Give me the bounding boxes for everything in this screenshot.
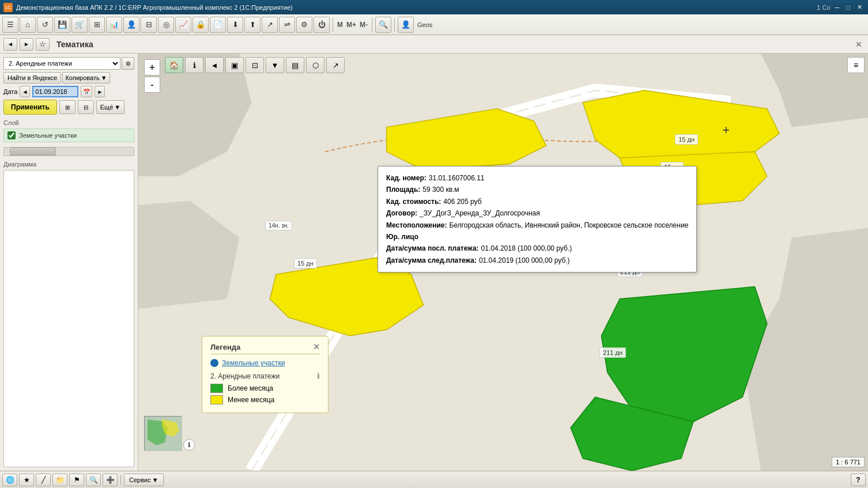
map-hex-btn[interactable]: ⬡ <box>306 57 324 73</box>
zoom-btn[interactable]: 🔍 <box>375 17 391 33</box>
legend-item2-label: Менее месяца <box>228 396 274 404</box>
bookmark-button[interactable]: ☆ <box>36 38 50 51</box>
upload-button[interactable]: ⬆ <box>244 17 261 33</box>
legend-close-button[interactable]: ✕ <box>313 342 320 351</box>
crosshair: + <box>722 123 730 138</box>
date-label: Дата <box>3 88 17 95</box>
bt-folder-btn[interactable]: 📁 <box>52 474 67 486</box>
map-area[interactable]: 🏠 ℹ ◄ ▣ ⊡ ▼ ▤ ⬡ ↗ + - ≡ + 15 дн 15 дн 15… <box>138 54 868 471</box>
legend-item1-label: Более месяца <box>228 384 273 392</box>
map-info-btn[interactable]: ℹ <box>185 57 203 73</box>
power-button[interactable]: ⏻ <box>314 17 330 33</box>
grid-button[interactable]: ⊞ <box>89 17 105 33</box>
tooltip-lastpay-value: 01.04.2018 (100 000,00 руб.) <box>481 243 572 254</box>
theme-settings-btn[interactable]: ⚙ <box>122 57 134 70</box>
apply-button[interactable]: Применить <box>3 100 57 115</box>
m-minus-label: M- <box>358 21 369 29</box>
diagram-label: Диаграмма <box>3 161 134 168</box>
menu-button[interactable]: ☰ <box>2 17 18 33</box>
calendar-btn[interactable]: 📅 <box>81 86 92 97</box>
service-dropdown-icon: ▼ <box>152 476 158 483</box>
bt-flag-btn[interactable]: ⚑ <box>69 474 84 486</box>
find-yandex-button[interactable]: Найти в Яндексе <box>3 72 61 84</box>
person-button[interactable]: 👤 <box>123 17 139 33</box>
icon-btn-2[interactable]: ⊟ <box>78 100 94 114</box>
theme-select-row: 2. Арендные платежи ⚙ <box>3 57 134 70</box>
map-label-15dn-1: 15 дн <box>675 134 698 145</box>
map-select-btn[interactable]: ▣ <box>225 57 244 73</box>
bt-search-btn[interactable]: 🔍 <box>86 474 101 486</box>
user-btn[interactable]: 👤 <box>398 17 414 33</box>
date-row: Дата ◄ 📅 ► <box>3 86 134 97</box>
close-window-icon[interactable]: ✕ <box>855 3 865 11</box>
bt-plus-btn[interactable]: ➕ <box>103 474 118 486</box>
bt-line-btn[interactable]: ╱ <box>36 474 51 486</box>
map-home-btn[interactable]: 🏠 <box>165 57 183 73</box>
map-list-button[interactable]: ≡ <box>847 57 865 73</box>
date-next-btn[interactable]: ► <box>95 86 105 97</box>
cart-button[interactable]: 🛒 <box>71 17 88 33</box>
map-layer-btn[interactable]: ▤ <box>286 57 304 73</box>
scrollbar-thumb[interactable] <box>10 147 56 156</box>
map-arrow-btn[interactable]: ↗ <box>326 57 345 73</box>
copy-button[interactable]: Копировать ▼ <box>62 72 110 84</box>
flow-button[interactable]: ⇌ <box>279 17 295 33</box>
service-button[interactable]: Сервис ▼ <box>124 474 164 486</box>
minimize-icon[interactable]: ─ <box>833 4 842 11</box>
arrow-button[interactable]: ↗ <box>262 17 278 33</box>
more-button[interactable]: Ещё ▼ <box>96 100 124 114</box>
left-panel: 2. Арендные платежи ⚙ Найти в Яндексе Ко… <box>0 54 138 471</box>
m-label: M <box>336 21 344 29</box>
zoom-in-button[interactable]: + <box>144 59 160 75</box>
more-dropdown-icon: ▼ <box>114 104 120 111</box>
tooltip-kadcost-value: 406 205 руб <box>443 196 481 207</box>
date-input[interactable] <box>32 86 78 97</box>
map-back-btn[interactable]: ◄ <box>205 57 224 73</box>
legend-info-icon[interactable]: ℹ <box>317 372 320 380</box>
chart-button[interactable]: 📊 <box>106 17 122 33</box>
map-controls: + - <box>144 59 160 93</box>
close-page-button[interactable]: ✕ <box>853 39 865 50</box>
layer-checkbox[interactable] <box>7 131 16 139</box>
horizontal-scrollbar[interactable] <box>3 147 134 156</box>
icon-btn-1[interactable]: ⊞ <box>59 100 76 114</box>
target-button[interactable]: ◎ <box>158 17 174 33</box>
zoom-out-button[interactable]: - <box>144 77 160 93</box>
theme-select[interactable]: 2. Арендные платежи <box>3 57 120 70</box>
tooltip-area-value: 59 300 кв.м <box>422 184 459 195</box>
map-filter-btn[interactable]: ▼ <box>266 57 284 73</box>
scale-indicator: 1 : 6 771 <box>832 457 865 467</box>
legend-swatch-green <box>210 384 223 393</box>
action-row: Применить ⊞ ⊟ Ещё ▼ <box>3 100 134 115</box>
mini-map-svg <box>145 417 182 451</box>
tooltip-kadcost-label: Кад. стоимость: <box>386 196 441 207</box>
settings-button[interactable]: ⚙ <box>296 17 312 33</box>
tooltip-area-label: Площадь: <box>386 184 420 195</box>
home-button[interactable]: ⌂ <box>20 17 36 33</box>
help-button[interactable]: ? <box>851 474 866 486</box>
bar-chart-button[interactable]: 📈 <box>175 17 191 33</box>
save-button[interactable]: 💾 <box>54 17 70 33</box>
bt-star-btn[interactable]: ★ <box>19 474 34 486</box>
bt-globe-btn[interactable]: 🌐 <box>2 474 17 486</box>
legend-link-label: Земельные участки <box>222 359 285 367</box>
doc-button[interactable]: 📄 <box>210 17 226 33</box>
refresh-button[interactable]: ↺ <box>37 17 53 33</box>
nav-bar: ◄ ► ☆ Тематика ✕ <box>0 35 868 54</box>
forward-button[interactable]: ► <box>20 38 33 51</box>
tooltip-nextpay-value: 01.04.2019 (100 000,00 руб.) <box>479 255 570 266</box>
back-button[interactable]: ◄ <box>3 38 17 51</box>
layer-item[interactable]: Земельные участки <box>3 128 134 142</box>
lock-button[interactable]: 🔒 <box>193 17 209 33</box>
bt-sep1 <box>120 475 121 485</box>
map-rect-btn[interactable]: ⊡ <box>246 57 264 73</box>
download-button[interactable]: ⬇ <box>227 17 243 33</box>
link-button[interactable]: ⊟ <box>141 17 157 33</box>
legend-link[interactable]: Земельные участки <box>210 359 320 367</box>
mini-map-info-button[interactable]: ℹ <box>183 439 195 451</box>
toolbar-separator3 <box>394 18 395 32</box>
maximize-icon[interactable]: □ <box>844 4 852 11</box>
tooltip-nextpay-label: Дата/сумма след.платежа: <box>386 255 477 266</box>
toolbar-separator <box>333 18 333 32</box>
date-prev-btn[interactable]: ◄ <box>20 86 30 97</box>
